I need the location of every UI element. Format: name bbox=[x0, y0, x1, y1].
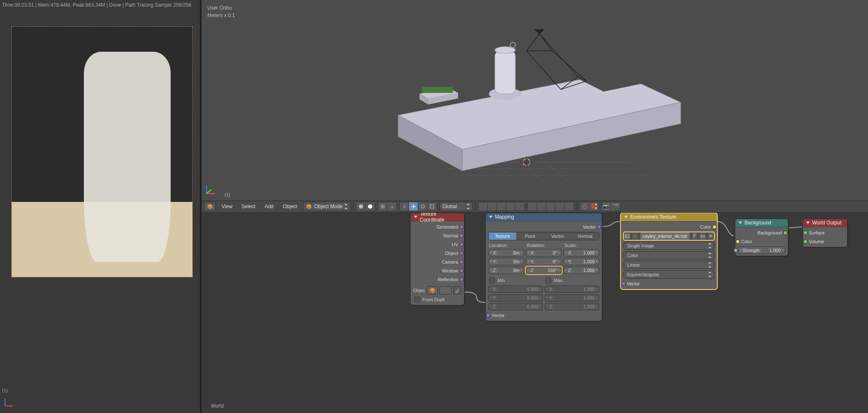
opengl-anim-button[interactable]: 🎬 bbox=[611, 202, 620, 211]
translate-manipulator-button[interactable] bbox=[409, 202, 418, 211]
shading-solid-button[interactable] bbox=[366, 202, 375, 211]
menu-select[interactable]: Select bbox=[238, 203, 259, 210]
svg-point-42 bbox=[359, 204, 363, 209]
viewport-scene bbox=[281, 17, 764, 188]
svg-point-43 bbox=[368, 204, 372, 209]
collapse-icon[interactable] bbox=[414, 216, 417, 218]
node-environment-texture[interactable]: Environment Texture Color ◦ cayley_inter… bbox=[621, 213, 717, 290]
manipulator-toggle-button[interactable] bbox=[400, 202, 409, 211]
max-z-field[interactable]: Z:1.000 bbox=[545, 303, 599, 310]
rotation-z-field[interactable]: Z:159° bbox=[526, 267, 562, 274]
from-dupli-checkbox[interactable]: From Dupli bbox=[413, 296, 462, 303]
node-title: Mapping bbox=[495, 214, 514, 220]
opengl-render-button[interactable]: 📷 bbox=[602, 202, 611, 211]
object-cube-button[interactable] bbox=[427, 286, 438, 295]
node-editor-breadcrumb: World bbox=[211, 403, 224, 409]
max-x-field[interactable]: X:1.000 bbox=[545, 285, 599, 293]
collapse-icon[interactable] bbox=[806, 222, 810, 224]
max-checkbox[interactable]: Max bbox=[545, 277, 599, 284]
pivot-button[interactable] bbox=[378, 202, 387, 211]
shading-wireframe-button[interactable] bbox=[356, 202, 366, 211]
render-status-text: Time:00:23.51 | Mem:479.44M, Peak:863.34… bbox=[2, 2, 191, 8]
snap-button[interactable]: ⬨ bbox=[387, 202, 396, 211]
tab-normal[interactable]: Normal bbox=[571, 232, 599, 240]
tab-texture[interactable]: Texture bbox=[489, 232, 516, 240]
rotate-manipulator-button[interactable] bbox=[418, 202, 427, 211]
min-y-field[interactable]: Y:0.000 bbox=[488, 294, 543, 302]
3d-viewport[interactable]: User Ortho Meters x 0.1 bbox=[202, 0, 868, 201]
projection-select[interactable]: Equirectangular bbox=[623, 270, 714, 279]
shading-mode-group bbox=[356, 202, 375, 211]
input-volume: Volume bbox=[805, 238, 845, 245]
input-vector: Vector bbox=[623, 280, 714, 287]
interpolation-select[interactable]: Linear bbox=[623, 261, 714, 269]
fake-user-button[interactable]: F bbox=[691, 232, 698, 240]
image-open-button[interactable]: 🗁 bbox=[699, 232, 706, 240]
output-object: Object bbox=[413, 249, 462, 257]
menu-add[interactable]: Add bbox=[261, 203, 277, 210]
mode-select[interactable]: Object Mode bbox=[303, 202, 351, 211]
output-color: Color bbox=[623, 223, 714, 231]
eyedropper-button[interactable] bbox=[453, 286, 462, 295]
input-surface: Surface bbox=[805, 229, 845, 237]
menu-view[interactable]: View bbox=[218, 203, 236, 210]
layer-button[interactable] bbox=[506, 202, 515, 211]
layer-button[interactable] bbox=[537, 202, 546, 211]
node-world-output[interactable]: World Output Surface Volume bbox=[802, 219, 848, 247]
svg-rect-49 bbox=[430, 205, 434, 208]
location-y-field[interactable]: Y:0m bbox=[488, 258, 524, 265]
rotation-x-field[interactable]: X:0° bbox=[526, 249, 562, 257]
snap-toggle-button[interactable]: 🧲 bbox=[589, 202, 598, 211]
tab-vector[interactable]: Vector bbox=[544, 232, 571, 240]
source-select[interactable]: Single Image bbox=[623, 242, 714, 250]
min-x-field[interactable]: X:0.000 bbox=[488, 285, 543, 293]
layer-button[interactable] bbox=[497, 202, 506, 211]
axis-gizmo-icon bbox=[3, 398, 13, 409]
layer-button[interactable] bbox=[555, 202, 565, 211]
output-generated: Generated bbox=[413, 223, 462, 231]
pivot-group: ⬨ bbox=[378, 202, 397, 211]
scale-y-field[interactable]: Y:1.000 bbox=[563, 258, 599, 265]
scale-manipulator-button[interactable] bbox=[427, 202, 437, 211]
output-camera: Camera bbox=[413, 258, 462, 266]
layer-button[interactable] bbox=[515, 202, 525, 211]
layer-button[interactable] bbox=[528, 202, 537, 211]
image-path-field[interactable]: cayley_interior_4k.hdr bbox=[640, 232, 691, 240]
scale-x-field[interactable]: X:1.000 bbox=[563, 249, 599, 257]
min-checkbox[interactable]: Min bbox=[488, 277, 543, 284]
orientation-select[interactable]: Global bbox=[439, 202, 473, 211]
node-mapping[interactable]: Mapping Vector Texture Point Vector Norm… bbox=[485, 213, 602, 321]
proportional-edit-button[interactable]: ◌ bbox=[580, 202, 589, 211]
collapse-icon[interactable] bbox=[624, 216, 628, 218]
max-y-field[interactable]: Y:1.000 bbox=[545, 294, 599, 302]
image-unlink-button[interactable]: ✕ bbox=[707, 232, 714, 240]
rotation-y-field[interactable]: Y:0° bbox=[526, 258, 562, 265]
scale-z-field[interactable]: Z:1.000 bbox=[563, 267, 599, 274]
min-z-field[interactable]: Z:0.000 bbox=[488, 303, 543, 310]
collapse-icon[interactable] bbox=[489, 216, 492, 218]
object-field[interactable] bbox=[439, 286, 452, 295]
mapping-type-tabs: Texture Point Vector Normal bbox=[488, 232, 599, 240]
render-preview-image[interactable] bbox=[11, 26, 193, 277]
node-title: Environment Texture bbox=[630, 214, 676, 220]
layer-button[interactable] bbox=[546, 202, 555, 211]
editor-type-button[interactable] bbox=[204, 202, 216, 211]
layer-button[interactable] bbox=[565, 202, 574, 211]
manipulator-group bbox=[399, 202, 437, 211]
colorspace-select[interactable]: Color bbox=[623, 251, 714, 259]
render-result-panel: Time:00:23.51 | Mem:479.44M, Peak:863.34… bbox=[0, 0, 202, 413]
layer-button[interactable] bbox=[488, 202, 497, 211]
image-browse-button[interactable] bbox=[623, 232, 631, 240]
tab-point[interactable]: Point bbox=[516, 232, 544, 240]
image-datablock-button[interactable]: ◦ bbox=[631, 232, 638, 240]
node-background[interactable]: Background Background Color Strength:1.0… bbox=[735, 219, 788, 256]
svg-rect-14 bbox=[495, 51, 515, 94]
node-texture-coordinate[interactable]: Texture Coordinate Generated Normal UV O… bbox=[410, 213, 464, 305]
strength-field[interactable]: Strength:1.000 bbox=[738, 247, 785, 254]
menu-object[interactable]: Object bbox=[280, 203, 301, 210]
node-editor[interactable]: Texture Coordinate Generated Normal UV O… bbox=[202, 213, 868, 413]
location-z-field[interactable]: Z:0m bbox=[488, 267, 524, 274]
location-x-field[interactable]: X:0m bbox=[488, 249, 524, 257]
collapse-icon[interactable] bbox=[739, 222, 742, 224]
layer-button[interactable] bbox=[479, 202, 488, 211]
